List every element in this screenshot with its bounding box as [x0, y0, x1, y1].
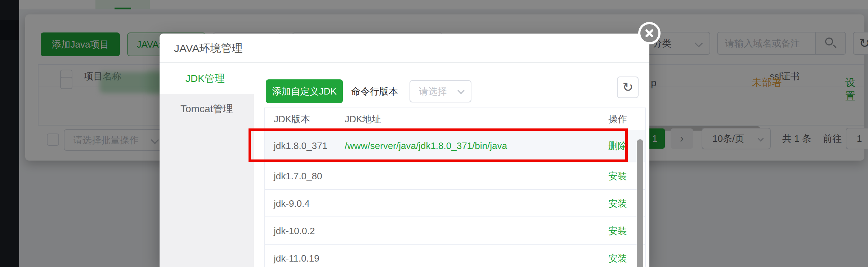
- jdk-version: jdk-11.0.19: [274, 245, 319, 267]
- refresh-jdk-list-button[interactable]: ↻: [617, 76, 639, 98]
- install-link[interactable]: 安装: [608, 217, 627, 245]
- jdk-table-header: JDK版本 JDK地址 操作: [265, 108, 645, 130]
- scrollbar-thumb[interactable]: [637, 139, 643, 267]
- jdk-version: jdk-10.0.2: [274, 217, 315, 245]
- jdk-row: jdk1.7.0_80 安装: [265, 162, 645, 189]
- annotation-highlight-box: [249, 128, 628, 162]
- add-custom-jdk-button[interactable]: 添加自定义JDK: [266, 79, 343, 103]
- jdk-row: jdk-11.0.19 安装: [265, 244, 645, 267]
- column-jdk-path: JDK地址: [345, 108, 381, 130]
- install-link[interactable]: 安装: [608, 162, 627, 190]
- tab-jdk-manage[interactable]: JDK管理: [160, 64, 254, 94]
- modal-sidebar: JDK管理 Tomcat管理: [160, 64, 254, 267]
- cli-version-label: 命令行版本: [351, 79, 398, 103]
- cli-version-placeholder: 请选择: [419, 86, 447, 97]
- modal-content: 添加自定义JDK 命令行版本 请选择 ↻ JDK版本 JDK地址 操作 jdk1…: [254, 64, 649, 267]
- chevron-down-icon: [457, 87, 465, 94]
- jdk-version: jdk1.7.0_80: [274, 162, 322, 190]
- jdk-version: jdk-9.0.4: [274, 190, 310, 217]
- jdk-row: jdk-10.0.2 安装: [265, 216, 645, 244]
- tab-tomcat-manage[interactable]: Tomcat管理: [160, 94, 254, 124]
- install-link[interactable]: 安装: [608, 245, 627, 267]
- close-icon[interactable]: [638, 22, 661, 44]
- jdk-row: jdk-9.0.4 安装: [265, 189, 645, 216]
- install-link[interactable]: 安装: [608, 190, 627, 217]
- jdk-table-scrollbar: [637, 108, 643, 267]
- modal-header: JAVA环境管理: [160, 34, 649, 63]
- column-jdk-version: JDK版本: [274, 108, 310, 130]
- modal-title: JAVA环境管理: [174, 34, 243, 63]
- cli-version-select[interactable]: 请选择: [410, 80, 471, 102]
- column-operation: 操作: [608, 108, 627, 130]
